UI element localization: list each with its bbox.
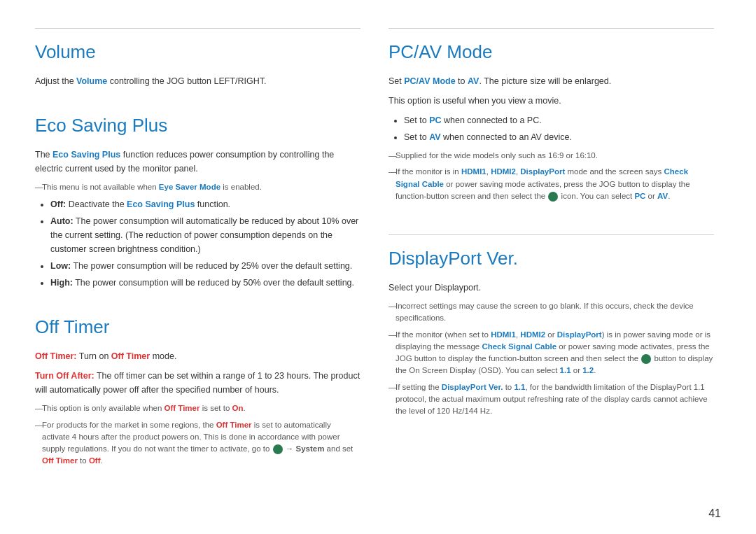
pcav-note2: If the monitor is in HDMI1, HDMI2, Displ…: [388, 166, 714, 202]
displayport-section: DisplayPort Ver. Select your Displayport…: [388, 248, 714, 421]
pcav-pc-ref: PC: [429, 115, 441, 125]
dp-note3-h2: 1.1: [514, 383, 525, 391]
eco-intro: The Eco Saving Plus function reduces pow…: [35, 148, 360, 176]
offtimer-note1-h2: On: [232, 404, 243, 412]
eco-title: Eco Saving Plus: [35, 115, 360, 136]
offtimer-note2: For products for the market in some regi…: [35, 419, 360, 468]
offtimer-title: Off Timer: [35, 316, 360, 338]
right-column: PC/AV Mode Set PC/AV Mode to AV. The pic…: [388, 28, 714, 493]
dp-note2-h1: HDMI1: [491, 330, 516, 339]
menu-icon-pcav: [548, 192, 558, 202]
eco-note: This menu is not available when Eye Save…: [35, 181, 360, 193]
eco-section: Eco Saving Plus The Eco Saving Plus func…: [35, 115, 360, 295]
pcav-title: PC/AV Mode: [388, 41, 714, 63]
dp-note2-12: 1.2: [582, 366, 594, 374]
pcav-intro-h1: PC/AV Mode: [404, 76, 455, 86]
eco-note-highlight: Eye Saver Mode: [159, 183, 220, 191]
displayport-note3: If setting the DisplayPort Ver. to 1.1, …: [388, 381, 714, 418]
dp-note2-h2: HDMI2: [520, 330, 545, 339]
volume-body: Adjust the Volume controlling the JOG bu…: [35, 74, 360, 88]
offtimer-label1: Off Timer:: [35, 351, 77, 361]
volume-section: Volume Adjust the Volume controlling the…: [35, 41, 360, 94]
eco-bullet-off: Off: Deactivate the Eco Saving Plus func…: [50, 197, 360, 211]
pcav-note2-h2: HDMI2: [491, 167, 516, 176]
menu-icon-dp: [641, 354, 651, 364]
displayport-note2: If the monitor (when set to HDMI1, HDMI2…: [388, 329, 714, 377]
offtimer-note2-h1: Off Timer: [216, 421, 252, 429]
pcav-av-ref: AV: [429, 132, 440, 142]
pcav-intro-h2: AV: [468, 76, 479, 86]
pcav-intro: Set PC/AV Mode to AV. The picture size w…: [388, 74, 714, 88]
pcav-section: PC/AV Mode Set PC/AV Mode to AV. The pic…: [388, 41, 714, 206]
top-divider-right: [388, 28, 714, 29]
eco-highlight1: Eco Saving Plus: [52, 150, 120, 160]
top-divider-left: [35, 28, 360, 29]
menu-icon-offtimer: [273, 444, 283, 454]
offtimer-section: Off Timer Off Timer: Turn on Off Timer m…: [35, 316, 360, 471]
pcav-note2-h1: HDMI1: [461, 167, 486, 176]
volume-highlight: Volume: [76, 76, 107, 86]
left-column: Volume Adjust the Volume controlling the…: [35, 28, 360, 493]
offtimer-note2-h2: Off Timer: [42, 456, 78, 465]
offtimer-ref1: Off Timer: [111, 351, 150, 361]
dp-note2-11: 1.1: [560, 366, 571, 374]
eco-bullet-low: Low: The power consumption will be reduc…: [50, 259, 360, 273]
offtimer-note1-h1: Off Timer: [164, 404, 200, 412]
eco-bullets: Off: Deactivate the Eco Saving Plus func…: [50, 197, 360, 290]
pcav-note2-pc: PC: [634, 192, 645, 200]
offtimer-line1: Off Timer: Turn on Off Timer mode.: [35, 349, 360, 363]
pcav-note2-h3: DisplayPort: [520, 167, 565, 176]
pcav-note1: Supplied for the wide models only such a…: [388, 150, 714, 162]
displayport-note1: Incorrect settings may cause the screen …: [388, 300, 714, 325]
dp-note2-h3: DisplayPort: [557, 330, 602, 339]
section-divider-displayport: [388, 234, 714, 235]
pcav-second: This option is useful when you view a mo…: [388, 94, 714, 108]
offtimer-note1: This option is only available when Off T…: [35, 402, 360, 414]
page-number: 41: [708, 507, 721, 520]
displayport-title: DisplayPort Ver.: [388, 248, 714, 269]
displayport-intro: Select your Displayport.: [388, 281, 714, 295]
offtimer-note2-h3: Off: [89, 456, 101, 465]
pcav-bullet-pc: Set to PC when connected to a PC.: [404, 113, 714, 127]
pcav-bullets: Set to PC when connected to a PC. Set to…: [404, 113, 714, 144]
offtimer-line2: Turn Off After: The off timer can be set…: [35, 369, 360, 397]
dp-note3-h1: DisplayPort Ver.: [442, 383, 503, 391]
eco-bullet-auto: Auto: The power consumption will automat…: [50, 214, 360, 256]
pcav-bullet-av: Set to AV when connected to an AV device…: [404, 130, 714, 144]
offtimer-label2: Turn Off After:: [35, 371, 94, 381]
dp-note2-h4: Check Signal Cable: [482, 342, 556, 351]
volume-title: Volume: [35, 41, 360, 63]
pcav-note2-av: AV: [657, 192, 668, 200]
eco-bullet-high: High: The power consumption will be redu…: [50, 276, 360, 290]
eco-saving-plus-ref: Eco Saving Plus: [127, 199, 195, 209]
